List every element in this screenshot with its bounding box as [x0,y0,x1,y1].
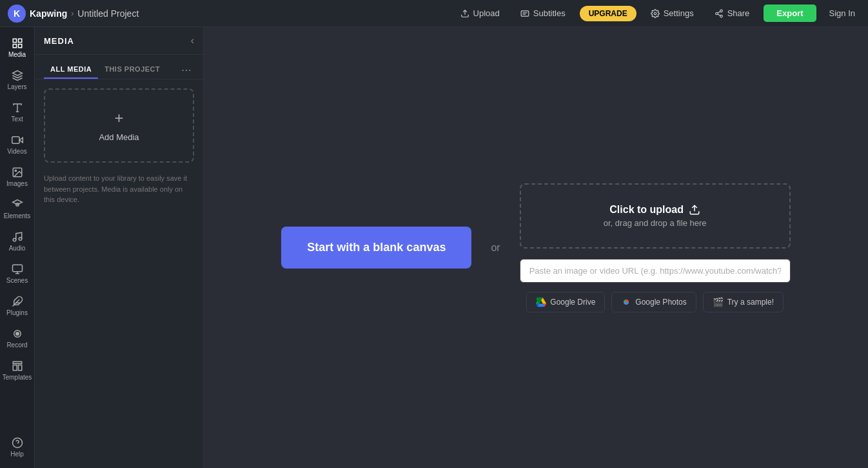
panel-collapse-button[interactable]: ‹ [191,35,194,46]
settings-icon [651,9,660,18]
sidebar-item-plugins-label: Plugins [6,309,28,316]
upgrade-button[interactable]: UPGRADE [580,6,636,21]
sample-icon: 🎬 [713,297,724,307]
sidebar-item-media[interactable]: Media [2,32,33,63]
plugins-icon [12,296,23,307]
templates-icon [12,360,23,372]
sidebar-item-scenes[interactable]: Scenes [2,258,33,289]
sidebar-item-audio-label: Audio [9,245,26,252]
panel-header: MEDIA ‹ [35,27,203,55]
google-drive-icon [536,297,546,307]
sidebar-item-record[interactable]: Record [2,323,33,354]
try-sample-button[interactable]: 🎬 Try a sample! [703,292,784,312]
subtitles-button[interactable]: Subtitles [514,6,572,21]
add-media-box[interactable]: + Add Media [44,88,194,163]
upload-arrow-icon [689,204,700,216]
svg-rect-11 [18,39,21,42]
svg-rect-31 [13,361,22,363]
google-drive-label: Google Drive [550,298,595,307]
svg-rect-12 [13,45,16,48]
svg-point-4 [654,12,656,15]
sidebar-item-text-label: Text [11,116,23,123]
scenes-icon [12,263,23,275]
panel-body: + Add Media Upload content to your libra… [35,79,203,468]
subtitles-icon [520,9,529,18]
google-photos-icon [621,297,631,307]
svg-rect-18 [12,137,19,144]
sidebar-item-audio[interactable]: Audio [2,226,33,257]
video-icon [12,134,23,146]
sidebar-item-layers[interactable]: Layers [2,65,33,96]
add-media-plus-icon: + [114,109,123,127]
grid-icon [12,37,23,49]
or-text: or [491,242,500,254]
tab-all-media[interactable]: ALL MEDIA [44,61,98,79]
upload-section: Click to upload or, drag and drop a file… [520,183,791,312]
main-layout: Media Layers Text Videos Images Elements… [0,27,868,468]
svg-point-6 [715,12,718,15]
elements-icon [12,199,23,210]
sidebar-item-elements[interactable]: Elements [2,194,33,225]
upload-button[interactable]: Upload [454,6,506,21]
share-icon [715,9,724,18]
svg-marker-17 [19,137,23,143]
signin-button[interactable]: Sign In [824,6,860,21]
url-input[interactable] [520,259,791,283]
url-input-row [520,259,791,283]
sidebar-item-videos[interactable]: Videos [2,129,33,160]
svg-marker-14 [12,71,22,76]
tab-this-project[interactable]: THIS PROJECT [98,61,166,79]
svg-point-7 [720,15,722,17]
google-drive-button[interactable]: Google Drive [526,292,605,312]
svg-line-9 [718,11,720,12]
upload-title: Click to upload [609,204,700,216]
settings-button[interactable]: Settings [644,6,700,21]
svg-rect-13 [18,45,21,48]
logo-icon: K [8,5,26,23]
svg-line-8 [718,14,720,15]
project-title: Untitled Project [77,8,139,19]
panel-tab-more-button[interactable]: ⋯ [179,61,194,79]
sidebar-item-images[interactable]: Images [2,161,33,192]
blank-canvas-button[interactable]: Start with a blank canvas [281,227,471,269]
add-media-label: Add Media [99,132,139,142]
try-sample-label: Try a sample! [727,298,774,307]
sidebar-item-help[interactable]: Help [2,432,33,463]
canvas-area: Start with a blank canvas or Click to up… [204,27,868,468]
upload-icon [460,9,469,18]
svg-rect-1 [521,10,529,15]
google-photos-button[interactable]: Google Photos [611,292,696,312]
sidebar-item-images-label: Images [6,180,28,187]
share-button[interactable]: Share [708,6,756,21]
help-icon [12,437,23,449]
svg-point-22 [13,238,16,241]
sidebar-item-record-label: Record [6,341,27,349]
upload-box[interactable]: Click to upload or, drag and drop a file… [520,183,791,249]
sidebar-item-templates[interactable]: Templates [2,355,33,386]
sidebar-item-layers-label: Layers [7,83,26,90]
export-button[interactable]: Export [764,5,816,22]
center-content: Start with a blank canvas or Click to up… [281,183,790,312]
media-panel: MEDIA ‹ ALL MEDIA THIS PROJECT ⋯ + Add M… [35,27,204,468]
sidebar-item-text[interactable]: Text [2,97,33,128]
panel-hint: Upload content to your library to easily… [44,173,194,205]
sidebar-item-plugins[interactable]: Plugins [2,290,33,321]
svg-point-5 [720,10,722,12]
breadcrumb-chevron: › [71,9,74,18]
record-icon [12,328,23,340]
source-buttons: Google Drive Google Photos 🎬 [526,292,784,312]
icon-nav: Media Layers Text Videos Images Elements… [0,27,35,468]
image-icon [12,167,23,178]
svg-rect-32 [13,365,17,371]
text-icon [12,102,23,114]
upload-subtitle: or, drag and drop a file here [604,218,707,228]
audio-icon [12,231,23,243]
svg-point-30 [15,332,19,336]
sidebar-item-elements-label: Elements [4,212,31,219]
svg-point-23 [19,238,22,241]
svg-rect-10 [13,39,16,42]
sidebar-item-templates-label: Templates [3,374,32,381]
google-photos-label: Google Photos [635,298,686,307]
svg-rect-24 [12,265,22,272]
svg-point-20 [15,170,16,171]
